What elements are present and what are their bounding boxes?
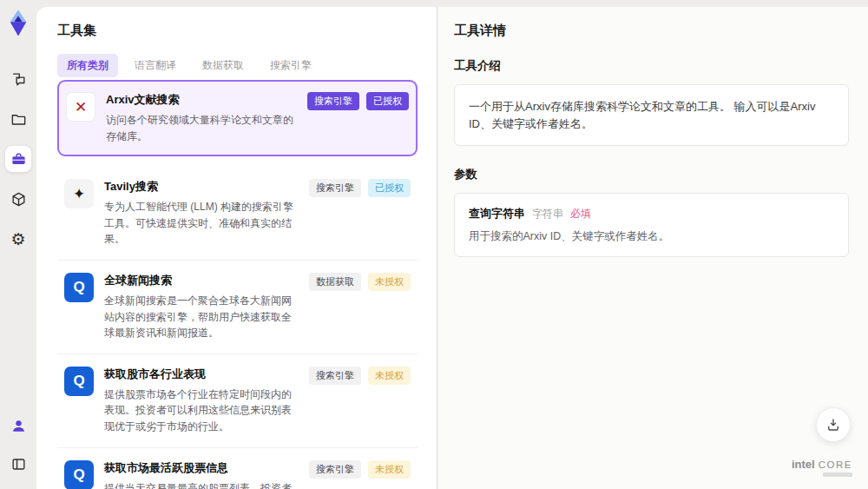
sidebar-item-files[interactable] (5, 106, 31, 132)
sidebar-bottom (5, 413, 31, 477)
app-logo-icon (6, 9, 30, 36)
core-brand-text: core (819, 459, 852, 470)
auth-status-badge: 已授权 (368, 179, 411, 197)
panel-toggle-icon (10, 456, 27, 472)
category-badge: 数据获取 (309, 273, 361, 291)
tool-list-item[interactable]: Q 全球新闻搜索 全球新闻搜索是一个聚合全球各大新闻网站内容的搜索引擎，帮助用户… (57, 261, 418, 354)
params-heading: 参数 (454, 167, 849, 182)
tool-description: 访问各个研究领域大量科学论文和文章的存储库。 (106, 112, 297, 144)
tab-data-fetch[interactable]: 数据获取 (193, 54, 253, 77)
auth-status-badge: 未授权 (368, 273, 411, 291)
gear-icon: ⚙ (10, 231, 25, 248)
sidebar-item-tools[interactable] (5, 146, 31, 172)
tool-name: 全球新闻搜索 (104, 273, 299, 288)
user-icon (10, 418, 27, 434)
tool-list-item[interactable]: Q 获取股市各行业表现 提供股票市场各个行业在特定时间段内的表现。投资者可以利用… (57, 354, 418, 448)
q-search-icon: Q (64, 460, 94, 489)
q-search-icon: Q (64, 367, 94, 396)
param-required-badge: 必填 (570, 207, 591, 221)
chat-icon (10, 71, 27, 88)
parameter-card: 查询字符串 字符串 必填 用于搜索的Arxiv ID、关键字或作者姓名。 (454, 193, 849, 257)
intel-logo-underline (823, 472, 852, 477)
arxiv-icon: ✕ (66, 92, 95, 122)
param-description: 用于搜索的Arxiv ID、关键字或作者姓名。 (469, 229, 834, 244)
tool-description: 提供当天交易量最高的股票列表。投资者可以利用这些信息来识别流动性强的股票和潜在的… (104, 480, 299, 489)
intel-brand-text: intel (792, 458, 815, 471)
tool-name: 获取市场最活跃股票信息 (104, 460, 299, 476)
category-badge: 搜索引擎 (309, 179, 361, 197)
tool-description: 全球新闻搜索是一个聚合全球各大新闻网站内容的搜索引擎，帮助用户快速获取全球最新资… (104, 293, 299, 341)
tool-list: ✕ Arxiv文献搜索 访问各个研究领域大量科学论文和文章的存储库。 搜索引擎 … (57, 80, 418, 489)
folder-icon (10, 111, 27, 128)
auth-status-badge: 未授权 (368, 460, 411, 479)
intel-core-logo: intel core (792, 458, 852, 477)
tool-list-panel: 工具集 所有类别 语言翻译 数据获取 搜索引擎 ✕ Arxiv文献搜索 访问各个… (36, 7, 437, 489)
category-tabs: 所有类别 语言翻译 数据获取 搜索引擎 (57, 54, 419, 77)
category-badge: 搜索引擎 (309, 460, 361, 479)
tool-detail-panel: 工具详情 工具介绍 一个用于从Arxiv存储库搜索科学论文和文章的工具。 输入可… (438, 7, 868, 489)
tool-name: Tavily搜索 (104, 179, 299, 195)
auth-status-badge: 已授权 (366, 92, 409, 110)
tab-all-categories[interactable]: 所有类别 (57, 54, 118, 77)
tool-name: Arxiv文献搜索 (106, 92, 297, 108)
cube-icon (10, 191, 27, 208)
sidebar: ⚙ (0, 0, 36, 489)
collapse-panel-button[interactable] (5, 451, 31, 477)
page-title: 工具集 (57, 23, 419, 39)
toolbox-icon (10, 151, 27, 168)
tool-description: 专为人工智能代理 (LLM) 构建的搜索引擎工具。可快速提供实时、准确和真实的结… (104, 199, 299, 248)
tool-intro-box: 一个用于从Arxiv存储库搜索科学论文和文章的工具。 输入可以是Arxiv ID… (454, 84, 849, 146)
q-search-icon: Q (64, 273, 94, 302)
category-badge: 搜索引擎 (309, 367, 361, 385)
user-avatar[interactable] (5, 413, 31, 439)
sidebar-item-settings[interactable]: ⚙ (5, 226, 31, 252)
tab-search-engine[interactable]: 搜索引擎 (260, 54, 321, 77)
download-button[interactable] (816, 407, 851, 442)
detail-title: 工具详情 (454, 23, 849, 39)
download-icon (825, 417, 841, 433)
category-badge: 搜索引擎 (307, 92, 359, 110)
tool-list-item[interactable]: ✕ Arxiv文献搜索 访问各个研究领域大量科学论文和文章的存储库。 搜索引擎 … (57, 80, 418, 156)
param-type: 字符串 (532, 207, 563, 221)
tool-list-item[interactable]: ✦ Tavily搜索 专为人工智能代理 (LLM) 构建的搜索引擎工具。可快速提… (57, 167, 418, 261)
auth-status-badge: 未授权 (368, 367, 411, 385)
star-icon: ✦ (64, 179, 94, 208)
tool-list-item[interactable]: Q 获取市场最活跃股票信息 提供当天交易量最高的股票列表。投资者可以利用这些信息… (57, 448, 418, 489)
tab-language-translation[interactable]: 语言翻译 (125, 54, 186, 77)
sidebar-item-chat[interactable] (5, 66, 31, 92)
tool-description: 提供股票市场各个行业在特定时间段内的表现。投资者可以利用这些信息来识别表现优于或… (104, 387, 299, 435)
intro-heading: 工具介绍 (454, 58, 849, 74)
sidebar-item-packages[interactable] (5, 186, 31, 212)
sidebar-nav: ⚙ (5, 66, 31, 252)
param-name: 查询字符串 (469, 206, 525, 221)
tool-name: 获取股市各行业表现 (104, 367, 299, 382)
